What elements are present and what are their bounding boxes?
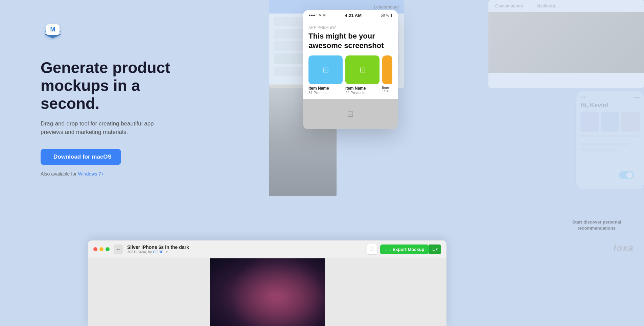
export-dropdown-label: L ▾ xyxy=(432,247,438,252)
down-arrow-icon: ↓ xyxy=(385,247,387,252)
item-card-3: Item 12 Pr... xyxy=(382,55,392,95)
hero-section: M Generate product mockups in a second. … xyxy=(0,0,257,196)
image-placeholder-icon-2: ⊡ xyxy=(360,66,366,74)
window-titlebar: ← Silver iPhone 6s in the dark 3661×5484… xyxy=(88,240,446,258)
mediterranean-label: Mediterra... xyxy=(536,3,559,8)
back-arrow-icon: ← xyxy=(116,247,121,252)
export-dropdown-button[interactable]: L ▾ xyxy=(429,245,441,254)
bg-start-discover: Start discover personal recommendations xyxy=(559,219,634,231)
hero-title: Generate product mockups in a second. xyxy=(41,59,203,113)
export-label: ↓ Export Mockup xyxy=(389,247,424,252)
window-dimensions: 3661×5484, by xyxy=(127,250,153,254)
phone-time: 4:21 AM xyxy=(345,13,362,18)
windows-link[interactable]: Windows 7+ xyxy=(78,171,104,177)
item-card-3-img xyxy=(382,55,392,84)
window-close-dot[interactable] xyxy=(93,247,97,251)
window-title-info: Silver iPhone 6s in the dark 3661×5484, … xyxy=(127,245,363,254)
item-card-2-name: Item Name xyxy=(345,86,380,91)
window-title-sub: 3661×5484, by COBE ↗ xyxy=(127,250,363,254)
window-export-group: ↓ ↓ Export Mockup L ▾ xyxy=(380,245,441,254)
window-favorite-button[interactable]: ♡ xyxy=(367,244,377,255)
image-placeholder-icon: ⊡ xyxy=(323,66,329,74)
window-title-main: Silver iPhone 6s in the dark xyxy=(127,245,363,250)
item-card-2: ⊡ Item Name 24 Products xyxy=(345,55,380,95)
download-macos-button[interactable]: Download for macOS xyxy=(41,149,121,165)
window-minimize-dot[interactable] xyxy=(99,247,104,251)
app-logo: M xyxy=(41,20,65,45)
item-card-3-name: Item xyxy=(382,86,392,90)
download-label: Download for macOS xyxy=(53,154,112,160)
external-link-icon: ↗ xyxy=(165,250,168,254)
bg-hi-kevin: Hi, Kevin! xyxy=(580,102,640,109)
window-author-link[interactable]: COBE xyxy=(153,250,163,254)
bg-right-cards: Contemporary Mediterra... 9:41 ●●● Hi, K… xyxy=(488,0,644,189)
image-icon: ⊡ xyxy=(347,109,354,119)
contemporary-label: Contemporary xyxy=(495,3,523,8)
item-grid: ⊡ Item Name 81 Products ⊡ Item Name 24 P… xyxy=(308,55,392,95)
also-available-text: Also available for Windows 7+ xyxy=(41,171,104,177)
window-back-button[interactable]: ← xyxy=(114,245,123,254)
phone-content: APP PREVIEW This might be your awesome s… xyxy=(303,20,398,95)
phone-bottom-preview: ⊡ xyxy=(303,99,398,129)
window-image-preview xyxy=(210,258,325,326)
window-body xyxy=(88,258,446,326)
window-mockup: ← Silver iPhone 6s in the dark 3661×5484… xyxy=(88,240,446,326)
app-preview-title: This might be your awesome screenshot xyxy=(308,31,392,50)
item-card-1: ⊡ Item Name 81 Products xyxy=(308,55,343,95)
item-card-1-count: 81 Products xyxy=(308,91,343,95)
bg-phone-right: 9:41 ●●● Hi, Kevin! xyxy=(576,91,644,189)
window-actions: ♡ ↓ ↓ Export Mockup L ▾ xyxy=(367,244,441,255)
phone-battery: 50 % ▮ xyxy=(381,13,392,18)
phone-status-bar: ●●●○ M ≋ 4:21 AM 50 % ▮ xyxy=(303,10,398,20)
also-available-prefix: Also available for xyxy=(41,171,78,177)
item-card-1-name: Item Name xyxy=(308,86,343,91)
export-mockup-button[interactable]: ↓ ↓ Export Mockup xyxy=(380,245,429,254)
hero-subtitle: Drag-and-drop tool for creating beautifu… xyxy=(41,119,169,137)
heart-icon: ♡ xyxy=(370,247,374,252)
logo-icon: M xyxy=(41,20,65,44)
leaderboard-label: Leaderboard xyxy=(374,4,399,9)
bg-top-card: Contemporary Mediterra... xyxy=(488,0,644,88)
window-controls xyxy=(93,247,110,251)
window-maximize-dot[interactable] xyxy=(106,247,110,251)
item-card-3-count: 12 Pr... xyxy=(382,90,392,93)
item-card-1-img: ⊡ xyxy=(308,55,343,84)
item-card-2-img: ⊡ xyxy=(345,55,380,84)
app-preview-label: APP PREVIEW xyxy=(308,25,392,29)
svg-text:M: M xyxy=(50,26,55,33)
phone-signal: ●●●○ M ≋ xyxy=(308,13,326,18)
phone-mockup: ●●●○ M ≋ 4:21 AM 50 % ▮ APP PREVIEW This… xyxy=(303,10,398,129)
item-card-2-count: 24 Products xyxy=(345,91,380,95)
loxa-brand: loxa xyxy=(614,243,634,253)
